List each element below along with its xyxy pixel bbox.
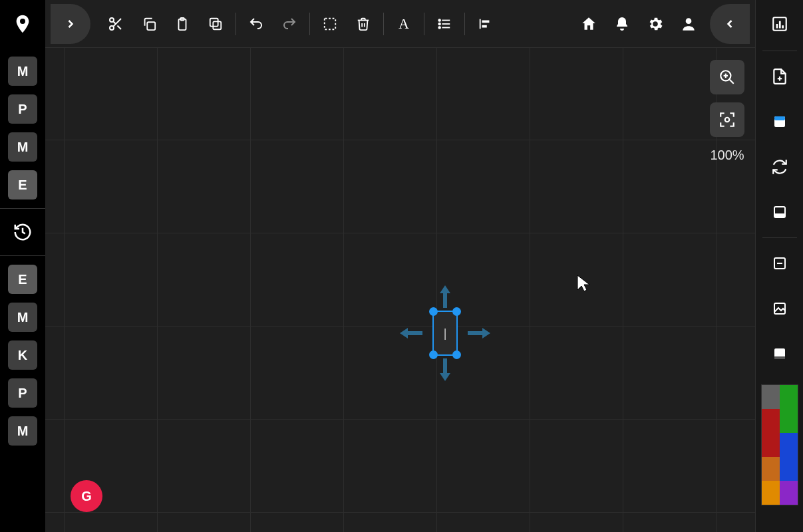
minus-button[interactable] — [766, 250, 793, 277]
arrow-down-icon — [437, 358, 453, 381]
svg-rect-5 — [147, 22, 155, 30]
delete-button[interactable] — [350, 11, 377, 37]
duplicate-icon — [208, 17, 223, 31]
svg-point-1 — [110, 26, 114, 30]
left-tile-lower-1[interactable]: M — [8, 303, 37, 332]
left-tile-lower-2[interactable]: K — [8, 340, 37, 370]
color-swatch-3[interactable] — [780, 409, 798, 433]
arrow-up-icon — [437, 285, 453, 308]
home-button[interactable] — [575, 11, 602, 37]
color-swatch-1[interactable] — [780, 385, 798, 409]
app-logo[interactable] — [0, 0, 45, 48]
svg-rect-10 — [325, 18, 336, 29]
image-button[interactable] — [766, 295, 793, 322]
color-swatch-0[interactable] — [762, 385, 780, 409]
svg-rect-8 — [210, 18, 218, 26]
color-swatch-2[interactable] — [762, 409, 780, 433]
svg-point-16 — [438, 27, 440, 29]
notifications-button[interactable] — [609, 11, 635, 37]
toolbar-separator — [383, 13, 384, 35]
color-swatch-5[interactable] — [780, 433, 798, 457]
left-tile-2[interactable]: M — [8, 132, 37, 162]
fab-button[interactable]: G — [71, 480, 102, 512]
svg-point-14 — [438, 19, 440, 21]
copy-button[interactable] — [136, 11, 162, 37]
svg-point-15 — [438, 23, 440, 25]
svg-rect-29 — [782, 25, 784, 28]
color-swatch-6[interactable] — [762, 457, 780, 481]
zoom-controls: 100% — [710, 60, 744, 163]
redo-button[interactable] — [276, 11, 303, 37]
panel-bottom-icon — [772, 204, 788, 220]
color-swatch-9[interactable] — [780, 481, 798, 505]
footer-button[interactable] — [766, 340, 793, 367]
resize-handle-br[interactable] — [452, 350, 461, 359]
panel-button[interactable] — [766, 108, 793, 135]
text-button[interactable]: A — [391, 11, 417, 37]
list-icon — [437, 17, 452, 31]
panel2-button[interactable] — [766, 199, 793, 225]
svg-line-22 — [729, 79, 734, 84]
arrow-right-icon — [468, 325, 490, 341]
toolbar-separator — [464, 13, 465, 35]
svg-point-20 — [686, 18, 692, 24]
sync-button[interactable] — [766, 154, 793, 180]
panel-icon — [772, 114, 788, 130]
bell-icon — [614, 16, 630, 32]
zoom-in-icon — [719, 68, 736, 86]
resize-handle-tr[interactable] — [452, 307, 461, 316]
left-tile-lower-0[interactable]: E — [8, 265, 37, 294]
account-button[interactable] — [675, 11, 702, 37]
paste-icon — [175, 17, 190, 31]
top-toolbar: A — [45, 0, 755, 48]
align-button[interactable] — [472, 11, 498, 37]
arrow-left-icon — [400, 325, 422, 341]
select-all-button[interactable] — [317, 11, 343, 37]
history-icon — [13, 222, 33, 242]
color-swatch-7[interactable] — [780, 457, 798, 481]
stats-button[interactable] — [756, 0, 803, 48]
svg-rect-28 — [778, 21, 780, 29]
collapse-right-button[interactable] — [710, 4, 750, 44]
undo-button[interactable] — [243, 11, 269, 37]
add-page-button[interactable] — [766, 63, 793, 90]
color-swatch-8[interactable] — [762, 481, 780, 505]
left-tile-lower-3[interactable]: P — [8, 378, 37, 408]
settings-button[interactable] — [642, 11, 669, 37]
copy-icon — [142, 17, 156, 31]
panel-footer-icon — [772, 346, 788, 362]
canvas[interactable]: | 100% G — [45, 48, 755, 532]
toolbar-separator — [424, 13, 424, 35]
resize-handle-tl[interactable] — [429, 307, 438, 316]
svg-rect-18 — [482, 20, 489, 23]
duplicate-button[interactable] — [202, 11, 229, 37]
svg-point-0 — [110, 18, 114, 22]
expand-left-button[interactable] — [51, 4, 90, 44]
file-plus-icon — [771, 68, 788, 85]
history-button[interactable] — [0, 208, 45, 256]
list-button[interactable] — [431, 11, 458, 37]
color-swatch-4[interactable] — [762, 433, 780, 457]
fab-label: G — [81, 489, 92, 504]
left-tile-0[interactable]: M — [8, 57, 37, 86]
svg-rect-27 — [776, 24, 778, 29]
cursor-icon — [576, 274, 592, 293]
cut-button[interactable] — [102, 11, 129, 37]
svg-rect-19 — [482, 25, 486, 27]
left-tile-1[interactable]: P — [8, 94, 37, 124]
cut-icon — [108, 16, 124, 32]
person-icon — [680, 15, 697, 33]
zoom-in-button[interactable] — [710, 60, 744, 94]
chevron-left-icon — [723, 17, 736, 31]
left-tile-3[interactable]: E — [8, 170, 37, 200]
paste-button[interactable] — [169, 11, 196, 37]
color-palette — [761, 384, 798, 505]
right-sidebar — [755, 0, 803, 532]
selected-text-object[interactable]: | — [432, 311, 458, 356]
zoom-fit-button[interactable] — [710, 102, 744, 137]
left-tile-lower-4[interactable]: M — [8, 416, 37, 446]
svg-line-3 — [117, 25, 121, 29]
left-sidebar: MPME EMKPM — [0, 0, 45, 532]
toolbar-separator — [236, 13, 236, 35]
minus-square-icon — [772, 255, 788, 271]
